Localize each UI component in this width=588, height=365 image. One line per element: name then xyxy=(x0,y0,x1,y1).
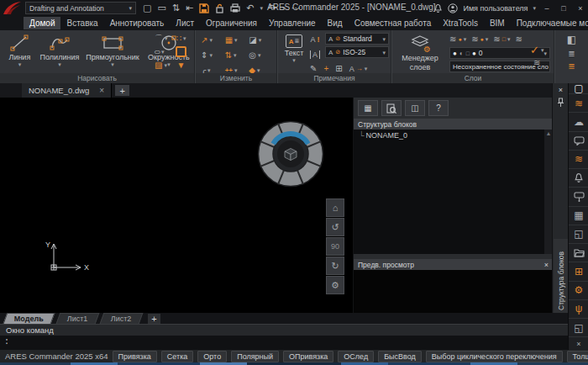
file-export-icon[interactable]: ◱ xyxy=(569,225,588,244)
new-document-tab-button[interactable]: + xyxy=(115,85,129,96)
scroll-top-icon[interactable]: ▢ xyxy=(569,83,588,94)
tab-collaborate[interactable]: Совместная работа xyxy=(349,17,438,29)
block-refresh-button[interactable]: ◫ xyxy=(405,100,425,116)
stretch-button[interactable]: ⇕▾ xyxy=(201,49,225,61)
user-name[interactable]: Имя пользователя xyxy=(463,4,528,13)
text-dropdown-icon[interactable]: ▾ xyxy=(292,57,296,63)
pinned-comment-icon[interactable] xyxy=(569,188,588,206)
panel-close-icon[interactable]: × xyxy=(553,83,569,94)
block-help-button[interactable]: ? xyxy=(428,100,449,116)
panel-pin-icon[interactable] xyxy=(553,94,569,108)
tab-xtratools[interactable]: XtraTools xyxy=(437,17,484,29)
block-preview-button[interactable] xyxy=(381,100,402,116)
tree-item-noname[interactable]: NONAME_0 xyxy=(365,131,407,140)
workspace-selector[interactable]: Drafting and Annotation ▾ xyxy=(25,2,136,14)
settings-gear-icon[interactable]: ⚙ xyxy=(569,282,588,300)
tab-insert[interactable]: Вставка xyxy=(60,17,103,29)
comments-icon[interactable] xyxy=(569,132,588,151)
blocks-grid-icon[interactable]: ▦ xyxy=(569,207,588,225)
document-tab-active[interactable]: NONAME_0.dwg × xyxy=(22,83,112,98)
block-table-view-button[interactable]: ▦ xyxy=(358,100,378,116)
tab-manage[interactable]: Управление xyxy=(263,17,322,29)
layer-state-check-button[interactable]: ✓▾ xyxy=(530,44,543,56)
undo-icon[interactable]: ↶ xyxy=(246,2,254,14)
rectangle-button[interactable]: Прямоугольник ▾ xyxy=(83,32,142,67)
close-button[interactable]: × xyxy=(575,4,586,13)
undo-dropdown-icon[interactable]: ▾ xyxy=(260,5,263,11)
ellipse-button[interactable]: ○▾ xyxy=(155,45,168,58)
layers-panel-icon[interactable]: ≋ xyxy=(569,151,588,169)
circle-dropdown-icon[interactable]: ▾ xyxy=(167,61,171,67)
line-dropdown-icon[interactable]: ▾ xyxy=(18,61,22,67)
text-style-select[interactable]: A⊘ Standard ▾ xyxy=(325,33,389,45)
rotate-ccw-button[interactable]: ↺ xyxy=(326,218,344,236)
ortho-toggle[interactable]: Орто xyxy=(197,351,227,362)
print-icon[interactable] xyxy=(230,2,240,14)
tab-sheet[interactable]: Лист xyxy=(170,17,200,29)
hatch-button[interactable]: ▨▾ xyxy=(155,59,168,71)
grid-toggle[interactable]: Сетка xyxy=(161,351,193,362)
lineweight-list-icon[interactable]: ≣ xyxy=(568,61,575,71)
align-button[interactable]: ⇅▾ xyxy=(225,49,249,61)
command-input[interactable]: : xyxy=(0,336,568,350)
tab-home[interactable]: Домой xyxy=(24,17,60,29)
rectangle-dropdown-icon[interactable]: ▾ xyxy=(111,61,114,67)
paint-bucket-icon[interactable]: ◧ xyxy=(567,34,576,45)
line-button[interactable]: Линия ▾ xyxy=(3,32,36,67)
maximize-button[interactable]: □ xyxy=(558,4,570,13)
sync-icon[interactable]: ⇅ xyxy=(172,2,180,14)
user-avatar-icon[interactable] xyxy=(448,3,458,13)
command-window-header[interactable]: Окно команд xyxy=(0,324,568,336)
polygon-button[interactable] xyxy=(176,45,186,58)
linetype-list-icon[interactable]: ≣ xyxy=(568,49,575,58)
polyline-button[interactable]: Полилиния ▾ xyxy=(38,32,81,67)
rotate-angle-button[interactable]: 90 xyxy=(326,237,344,256)
cloud-storage-icon[interactable]: ☁ xyxy=(569,113,588,131)
open-folder-icon[interactable] xyxy=(569,244,588,262)
layer-isolate-button[interactable]: ≋●▾ xyxy=(471,33,488,45)
move-button[interactable]: ↗▾ xyxy=(201,34,225,46)
leader-button[interactable]: ✎ xyxy=(310,64,317,73)
tab-annotate[interactable]: Аннотировать xyxy=(104,17,171,29)
connector-icon[interactable]: ψ xyxy=(569,300,588,319)
notifications-bell-icon[interactable] xyxy=(569,169,588,188)
wheel-settings-button[interactable]: ⚙ xyxy=(326,276,344,294)
pattern-button[interactable]: ▦▾ xyxy=(225,34,249,46)
open-file-icon[interactable]: ▭ xyxy=(157,2,165,14)
bell-icon[interactable] xyxy=(433,3,443,13)
lineweight-toggle[interactable]: ТолщинаЛ xyxy=(567,351,588,362)
rotate-cw-button[interactable]: ↻ xyxy=(326,257,344,275)
tab-sheet1[interactable]: Лист1 xyxy=(55,313,98,324)
calculator-icon[interactable]: ⊞ xyxy=(569,262,588,281)
layer-walk-button[interactable]: ≋ xyxy=(515,33,522,45)
edgebar-close-icon[interactable]: × xyxy=(569,337,588,350)
tab-bim[interactable]: BIM xyxy=(484,17,511,29)
osnap-toggle[interactable]: ОПривязка xyxy=(283,351,333,362)
add-sheet-button[interactable]: + xyxy=(148,314,160,324)
polyline-dropdown-icon[interactable]: ▾ xyxy=(58,61,61,67)
layer-tools-icon[interactable]: ≋ xyxy=(533,58,540,67)
user-dropdown-icon[interactable]: ▾ xyxy=(533,5,536,11)
properties-palette-icon[interactable]: ≋ xyxy=(569,94,588,113)
polar-toggle[interactable]: Полярный xyxy=(231,351,279,362)
preview-close-icon[interactable]: × xyxy=(544,261,549,269)
dimension-style-select[interactable]: A⊘ ISO-25 ▾ xyxy=(325,46,389,58)
tab-model[interactable]: Модель xyxy=(3,313,55,324)
layers-manager-button[interactable]: ⚙ Менеджер слоев xyxy=(394,32,446,71)
wipeout-button[interactable]: ▼ xyxy=(177,59,186,71)
block-structure-tree[interactable]: └ NONAME_0 ▲ xyxy=(354,130,553,254)
lock-icon[interactable] xyxy=(215,2,224,14)
point-pattern-button[interactable]: ∷▾ xyxy=(176,32,186,45)
save-icon[interactable] xyxy=(199,2,209,14)
text-button[interactable]: A≣ Текст ▾ xyxy=(280,33,308,63)
image-export-icon[interactable]: ◱ xyxy=(569,319,588,337)
table-button[interactable]: ⊞ xyxy=(335,64,342,73)
tab-view[interactable]: Вид xyxy=(322,17,349,29)
otrack-toggle[interactable]: ОСлед xyxy=(338,351,374,362)
arc-button[interactable]: ⌒▾ xyxy=(155,32,168,45)
layer-lock-button[interactable]: ≋□▾ xyxy=(493,33,510,45)
tab-sheet2[interactable]: Лист2 xyxy=(100,313,143,324)
erase-button[interactable]: ◪▾ xyxy=(249,34,273,46)
text-style-button[interactable]: A! xyxy=(311,33,320,45)
minimize-button[interactable]: – xyxy=(541,4,553,13)
